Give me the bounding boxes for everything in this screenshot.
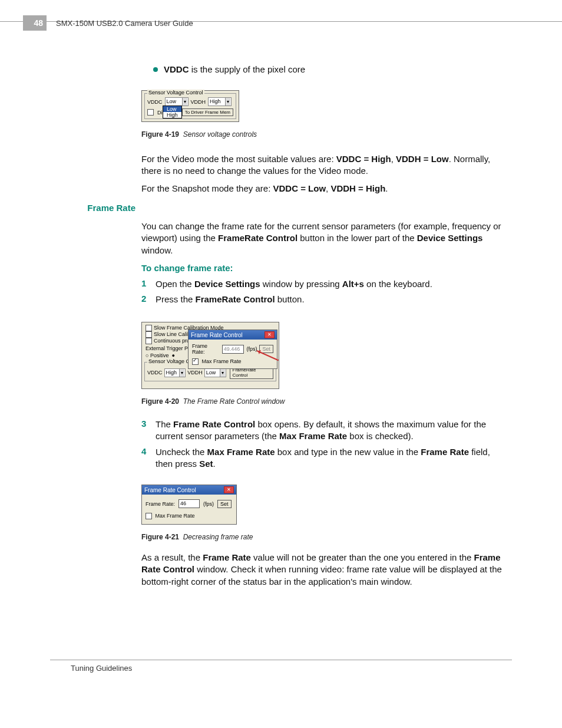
step-4: Uncheck the Max Frame Rate box and type …	[156, 446, 509, 470]
fig20-continuous-checkbox[interactable]	[146, 338, 152, 344]
fig19-vddh-label: VDDH	[191, 99, 206, 105]
fig20-max-checkbox[interactable]	[192, 358, 199, 365]
footer: Tuning Guidelines	[50, 660, 512, 673]
fig20-caption: Figure 4-20 The Frame Rate Control windo…	[141, 397, 509, 406]
fig20-fr-label: Frame Rate:	[192, 343, 220, 355]
fig21-max-checkbox[interactable]	[146, 513, 152, 519]
fig21-max-label: Max Frame Rate	[156, 513, 195, 519]
fig20-dialog-title: Frame Rate Control	[191, 332, 243, 338]
fig19-todriver-button[interactable]: To Driver Frame Mem	[182, 108, 233, 116]
fig21-fr-label: Frame Rate:	[146, 501, 175, 507]
step-number-3: 3	[141, 419, 150, 443]
para-snapshot-mode: For the Snapshot mode they are: VDDC = L…	[141, 183, 509, 195]
step-2: Press the FrameRate Control button.	[156, 294, 305, 305]
fig19-dropdown-list[interactable]: Low High	[163, 106, 182, 118]
fig20-dialog: Frame Rate Control ✕ Frame Rate: 49.446 …	[188, 330, 277, 369]
footer-text: Tuning Guidelines	[71, 664, 132, 673]
fig19-screenshot: Sensor Voltage Control VDDC Low VDDH Hig…	[141, 90, 239, 122]
close-icon[interactable]: ✕	[265, 331, 275, 338]
fig21-caption: Figure 4-21 Decreasing frame rate	[141, 533, 509, 541]
step-number-1: 1	[141, 278, 150, 290]
subheading-change-frame-rate: To change frame rate:	[141, 263, 509, 273]
fig21-dialog: Frame Rate Control ✕ Frame Rate: 46 (fps…	[141, 485, 237, 525]
para-frame-rate-intro: You can change the frame rate for the cu…	[141, 220, 509, 256]
fig20-slowline-label: Slow Line Calib	[154, 331, 190, 337]
fig19-caption: Figure 4-19 Sensor voltage controls	[141, 130, 509, 139]
fig19-vddc-dropdown[interactable]: Low	[165, 97, 189, 106]
bullet-term: VDDC	[164, 64, 189, 74]
fig20-vddc-dropdown[interactable]: High	[164, 368, 186, 377]
step-1: Open the Device Settings window by press…	[156, 278, 432, 290]
fig20-slowframe-checkbox[interactable]	[146, 325, 152, 331]
doc-title: SMX-150M USB2.0 Camera User Guide	[56, 19, 193, 28]
fig20-vddh-label: VDDH	[187, 370, 203, 375]
fig19-group-title: Sensor Voltage Control	[147, 90, 204, 95]
fig20-max-label: Max Frame Rate	[202, 358, 242, 364]
close-icon[interactable]: ✕	[224, 486, 234, 493]
fig19-vddh-dropdown[interactable]: High	[208, 97, 232, 106]
fig20-fr-input[interactable]: 49.446	[222, 345, 244, 354]
para-video-mode: For the Video mode the most suitable val…	[141, 153, 509, 177]
fig19-dd-opt-low[interactable]: Low	[163, 106, 181, 112]
fig21-set-button[interactable]: Set	[217, 500, 232, 508]
fig19-vddc-label: VDDC	[147, 99, 163, 105]
fig19-dd-opt-high[interactable]: High	[163, 112, 181, 118]
fig20-continuous-label: Continuous pro	[154, 338, 190, 344]
fig21-fr-input[interactable]: 46	[178, 499, 200, 508]
fig19-direct-checkbox[interactable]	[147, 109, 154, 116]
fig21-fr-unit: (fps)	[203, 501, 214, 507]
para-result: As a result, the Frame Rate value will n…	[141, 552, 509, 588]
fig20-vddc-label: VDDC	[147, 370, 163, 375]
fig21-dialog-title: Frame Rate Control	[144, 487, 196, 493]
fig20-screenshot: Slow Frame Calibration Mode Slow Line Ca…	[141, 322, 279, 389]
step-number-4: 4	[141, 446, 150, 470]
bullet-text: is the supply of the pixel core	[189, 64, 306, 74]
step-number-2: 2	[141, 294, 150, 305]
side-heading-frame-rate: Frame Rate	[50, 203, 135, 213]
bullet-icon	[153, 67, 158, 72]
fig20-positive-radio[interactable]: Positive	[150, 353, 169, 358]
fig20-vddh-dropdown[interactable]: Low	[204, 368, 226, 377]
fig20-slowline-checkbox[interactable]	[146, 331, 152, 338]
bullet-item: VDDC is the supply of the pixel core	[141, 64, 509, 75]
page-number: 48	[23, 15, 47, 31]
step-3: The Frame Rate Control box opens. By def…	[156, 419, 509, 443]
